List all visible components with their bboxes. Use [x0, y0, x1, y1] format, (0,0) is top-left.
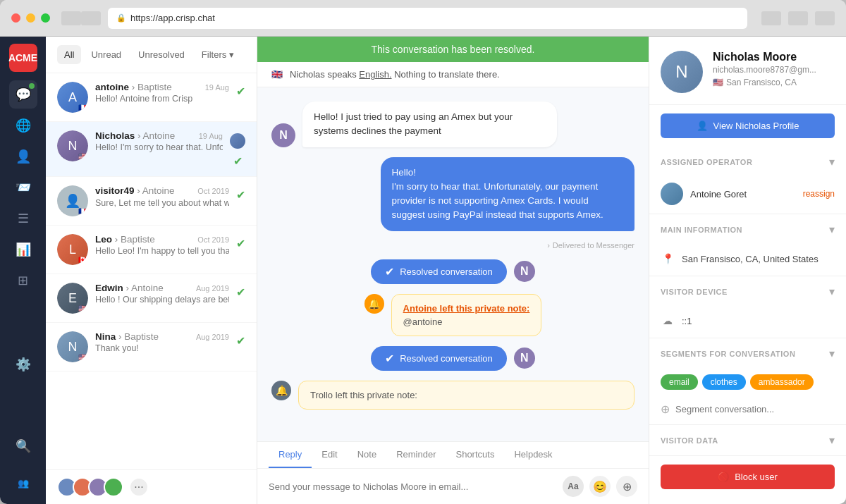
segment-ambassador[interactable]: ambassador [750, 374, 814, 390]
maximize-button[interactable] [41, 13, 50, 23]
block-user-button[interactable]: 🚫 Block user [661, 465, 835, 489]
check-icon: ✔ [236, 85, 245, 98]
sidebar-item-analytics[interactable]: 📊 [9, 235, 37, 264]
sidebar-item-helpdesk[interactable]: ☰ [9, 204, 37, 233]
location-icon: 📍 [661, 253, 675, 264]
location-row: 📍 San Fransisco, CA, United States [661, 250, 835, 267]
check-icon: ✔ [236, 285, 245, 299]
extensions-btn[interactable] [788, 11, 808, 25]
conv-name: Edwin › Antoine [95, 283, 164, 293]
conv-name: visitor49 › Antoine [95, 185, 175, 196]
sidebar-item-campaigns[interactable]: 📨 [9, 173, 37, 202]
conv-list-footer: ··· [46, 469, 257, 504]
conv-time: 19 Aug [205, 83, 229, 92]
avatar-initial: N [675, 62, 687, 82]
filters-button[interactable]: Filters ▾ [195, 45, 241, 64]
avatar: A 🇫🇷 [57, 82, 88, 113]
reply-input[interactable] [269, 481, 556, 492]
resolved-label: Resolved conversation [400, 266, 493, 277]
tab-edit[interactable]: Edit [312, 442, 347, 468]
section-title: VISITOR DEVICE [661, 288, 728, 296]
flag-icon: 🇨🇦 [77, 254, 88, 265]
emoji-button[interactable]: 😊 [589, 476, 611, 497]
segments-header[interactable]: SEGMENTS FOR CONVERSATION ▾ [649, 338, 846, 369]
profile-header: N Nicholas Moore nicholas.moore8787@gm..… [649, 37, 846, 105]
list-item[interactable]: A 🇫🇷 antoine › Baptiste 19 Aug Hello! An… [46, 73, 257, 122]
conv-preview: Hello! Antoine from Crisp [95, 94, 229, 104]
address-bar[interactable]: 🔒 https://app.crisp.chat [108, 8, 747, 29]
visitor-data-header[interactable]: VISITOR DATA ▾ [649, 425, 846, 455]
check-circle-icon: ✔ [385, 265, 394, 278]
list-item[interactable]: N 🇺🇸 Nina › Baptiste Aug 2019 Thank you!… [46, 323, 257, 371]
sidebar-item-team[interactable]: 👥 [9, 469, 37, 497]
person-icon: 👤 [16, 149, 31, 164]
close-button[interactable] [11, 13, 20, 23]
chevron-down-icon: ▾ [829, 155, 835, 168]
check-icon: ✔ [236, 334, 245, 348]
flag-uk-icon: 🇬🇧 [271, 69, 283, 80]
segment-email[interactable]: email [661, 374, 698, 390]
conv-preview: Hello Leo! I'm happy to tell you that Ac… [95, 246, 229, 256]
device-icon: ☁ [661, 315, 675, 326]
more-agents-button[interactable]: ··· [129, 477, 149, 497]
conv-preview: Sure, Let me tell you about what we offe… [95, 197, 229, 208]
reassign-button[interactable]: reassign [803, 189, 835, 199]
sidebar-item-chat[interactable]: 💬 [9, 80, 37, 109]
list-item[interactable]: 👤 🇫🇷 visitor49 › Antoine Oct 2019 Sure, … [46, 177, 257, 226]
settings-icon: ⚙️ [16, 357, 31, 372]
info-text: Nicholas speaks English. Nothing to tran… [290, 69, 500, 80]
menu-btn[interactable] [815, 11, 835, 25]
tab-reminder[interactable]: Reminder [386, 442, 446, 468]
sidebar-item-settings[interactable]: ⚙️ [9, 350, 37, 379]
list-item[interactable]: N 🇺🇸 Nicholas › Antoine 19 Aug Hello! I'… [46, 122, 257, 177]
conv-preview: Hello! I'm sorry to hear that. Unfortuna… [95, 142, 223, 152]
tab-all[interactable]: All [57, 45, 81, 64]
check-icon: ✔ [236, 237, 245, 250]
text-format-button[interactable]: Aa [563, 476, 584, 497]
right-sidebar: N Nicholas Moore nicholas.moore8787@gm..… [649, 37, 846, 504]
back-btn[interactable] [61, 11, 81, 25]
forward-btn[interactable] [81, 11, 101, 25]
message-row: N Hello! I just tried to pay using an Am… [271, 102, 634, 147]
tab-unread[interactable]: Unread [84, 45, 128, 64]
resolved-conversation-pill: ✔ Resolved conversation [371, 346, 507, 371]
view-profile-button[interactable]: 👤 View Nicholas Profile [661, 113, 835, 138]
check-icon: ✔ [233, 154, 243, 168]
conv-body: antoine › Baptiste 19 Aug Hello! Antoine… [95, 82, 229, 104]
conv-preview: Thank you! [95, 343, 229, 353]
conv-tabs: All Unread Unresolved Filters ▾ [57, 45, 245, 64]
message-bubble: Hello! I just tried to pay using an Amex… [302, 102, 557, 147]
list-item[interactable]: L 🇨🇦 Leo › Baptiste Oct 2019 Hello Leo! … [46, 226, 257, 274]
tab-shortcuts[interactable]: Shortcuts [446, 442, 504, 468]
check-icon: ✔ [236, 188, 245, 202]
flag-icon: 🇫🇷 [77, 102, 88, 113]
operator-row: Antoine Goret reassign [661, 183, 835, 205]
tab-reply[interactable]: Reply [269, 442, 312, 468]
main-info-section: MAIN INFORMATION ▾ 📍 San Fransisco, CA, … [649, 214, 846, 276]
segment-clothes[interactable]: clothes [702, 374, 746, 390]
sidebar-item-globe[interactable]: 🌐 [9, 111, 37, 140]
cut-off-note: Trollo left this private note: [298, 381, 634, 410]
minimize-button[interactable] [26, 13, 35, 23]
tab-unresolved[interactable]: Unresolved [131, 45, 192, 64]
attach-button[interactable]: ⊕ [616, 476, 637, 497]
list-item[interactable]: E 🇺🇸 Edwin › Antoine Aug 2019 Hello ! Ou… [46, 274, 257, 323]
chat-info-bar: 🇬🇧 Nicholas speaks English. Nothing to t… [257, 62, 649, 87]
tab-helpdesk[interactable]: Helpdesk [504, 442, 562, 468]
device-row: ☁ ::1 [661, 312, 835, 329]
search-button[interactable]: 🔍 [11, 434, 36, 459]
sidebar-item-contacts[interactable]: 👤 [9, 142, 37, 171]
operator-avatar [661, 183, 683, 205]
block-icon: 🚫 [718, 472, 729, 482]
assigned-operator-header[interactable]: ASSIGNED OPERATOR ▾ [649, 147, 846, 177]
main-info-header[interactable]: MAIN INFORMATION ▾ [649, 214, 846, 245]
conv-name: Nicholas › Antoine [95, 130, 175, 141]
sidebar-item-plugins[interactable]: ⊞ [9, 266, 37, 295]
tab-note[interactable]: Note [348, 442, 386, 468]
segment-input[interactable] [675, 404, 835, 414]
share-btn[interactable] [761, 11, 781, 25]
visitor-device-header[interactable]: VISITOR DEVICE ▾ [649, 276, 846, 307]
reply-tabs: Reply Edit Note Reminder Shortcuts Helpd… [257, 442, 649, 469]
cut-note-row: 🔔 Trollo left this private note: [271, 381, 634, 410]
location-text: San Fransisco, CA, United States [682, 254, 819, 264]
